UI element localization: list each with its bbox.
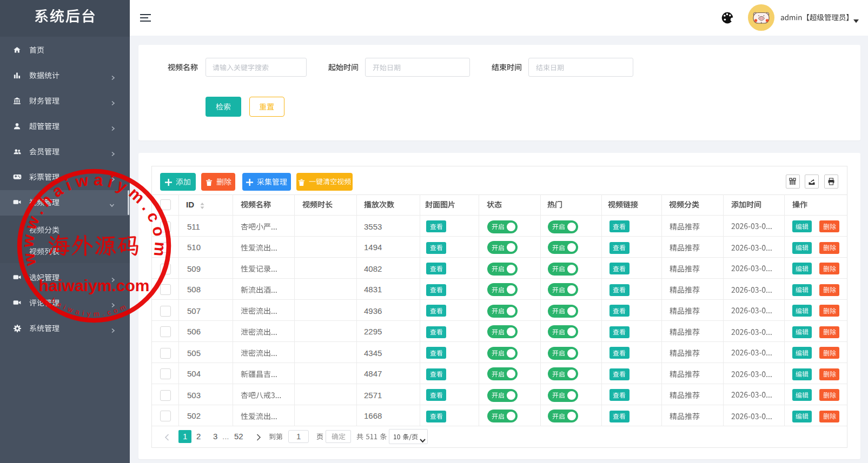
svg-text:haiwaiym.com: haiwaiym.com: [38, 277, 149, 294]
